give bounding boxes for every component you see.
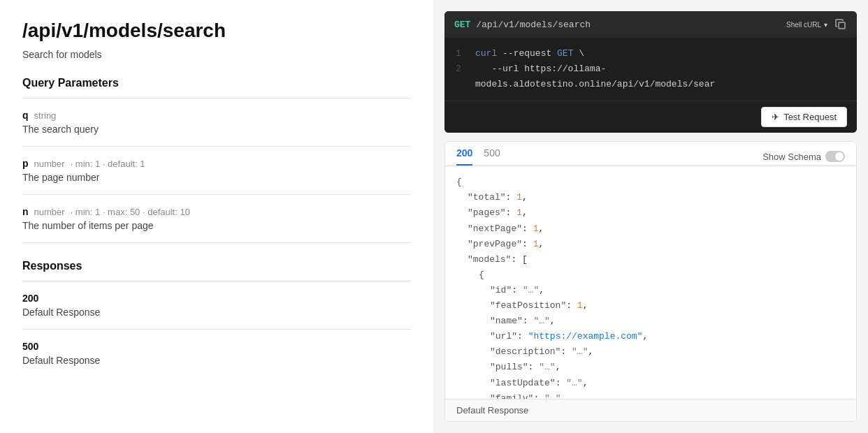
lang-label: Shell cURL bbox=[786, 21, 821, 29]
param-q-desc: The search query bbox=[22, 124, 411, 135]
code-line-1: 1 curl --request GET \ bbox=[456, 46, 846, 61]
params-section-title: Query Parameters bbox=[22, 77, 411, 89]
response-footer: Default Response bbox=[445, 399, 856, 421]
divider-3 bbox=[22, 242, 411, 243]
param-n-desc: The number of items per page bbox=[22, 220, 411, 231]
responses-section: Responses 200 Default Response 500 Defau… bbox=[22, 260, 411, 366]
param-n-name: n bbox=[22, 206, 29, 217]
param-q-type: string bbox=[34, 110, 57, 121]
json-nextpage: "nextPage": 1, bbox=[456, 221, 845, 237]
tabs-left: 200 500 bbox=[456, 147, 500, 166]
get-keyword: GET bbox=[557, 48, 573, 59]
svg-rect-0 bbox=[839, 22, 845, 29]
response-200: 200 Default Response bbox=[22, 293, 411, 318]
param-q-name: q bbox=[22, 110, 29, 121]
param-n-header: n number · min: 1 · max: 50 · default: 1… bbox=[22, 206, 411, 217]
json-pulls: "pulls": "…", bbox=[456, 360, 845, 375]
test-btn-label: Test Request bbox=[783, 112, 837, 122]
response-panel: 200 500 Show Schema { "total": 1, "pages… bbox=[444, 141, 857, 422]
json-id: "id": "…", bbox=[456, 283, 845, 298]
code-method-url: GET /api/v1/models/search bbox=[454, 20, 591, 30]
param-p-type: number bbox=[34, 159, 65, 169]
tab-500[interactable]: 500 bbox=[484, 147, 500, 166]
json-family: "family": "…", bbox=[456, 391, 845, 399]
code-body: 1 curl --request GET \ 2 --url https://o… bbox=[444, 38, 857, 101]
line-content-1: curl --request GET \ bbox=[475, 46, 584, 61]
json-total: "total": 1, bbox=[456, 190, 845, 205]
responses-section-title: Responses bbox=[22, 260, 411, 272]
response-tabs: 200 500 Show Schema bbox=[445, 142, 856, 166]
lang-selector[interactable]: Shell cURL ▾ bbox=[786, 21, 827, 29]
code-method: GET bbox=[454, 20, 470, 30]
copy-icon[interactable] bbox=[834, 18, 847, 31]
show-schema-label: Show Schema bbox=[762, 152, 821, 162]
line-content-2: --url https://ollama-models.aldotestino.… bbox=[475, 61, 846, 92]
json-url: "url": "https://example.com", bbox=[456, 329, 845, 344]
json-lastupdate: "lastUpdate": "…", bbox=[456, 376, 845, 391]
param-n: n number · min: 1 · max: 50 · default: 1… bbox=[22, 206, 411, 231]
json-name: "name": "…", bbox=[456, 314, 845, 329]
param-n-meta: · min: 1 · max: 50 · default: 10 bbox=[71, 207, 190, 217]
page-subtitle: Search for models bbox=[22, 49, 411, 60]
param-q-header: q string bbox=[22, 110, 411, 121]
code-header: GET /api/v1/models/search Shell cURL ▾ bbox=[444, 11, 857, 38]
response-500-desc: Default Response bbox=[22, 355, 411, 366]
line-num-2: 2 bbox=[456, 61, 464, 92]
json-description: "description": "…", bbox=[456, 344, 845, 360]
code-line-2: 2 --url https://ollama-models.aldotestin… bbox=[456, 61, 846, 92]
divider-2 bbox=[22, 194, 411, 195]
divider-4 bbox=[22, 329, 411, 330]
responses-divider bbox=[22, 281, 411, 281]
json-models-key: "models": [ bbox=[456, 252, 845, 267]
test-request-row: ✈ Test Request bbox=[444, 101, 857, 133]
code-url-text: /api/v1/models/search bbox=[476, 20, 591, 30]
response-body: { "total": 1, "pages": 1, "nextPage": 1,… bbox=[445, 166, 856, 399]
page-title: /api/v1/models/search bbox=[22, 20, 411, 42]
line-num-1: 1 bbox=[456, 46, 464, 61]
param-n-type: number bbox=[34, 207, 65, 217]
curl-backslash: \ bbox=[579, 48, 584, 59]
params-divider bbox=[22, 98, 411, 98]
json-line-open-brace: { bbox=[456, 175, 845, 190]
right-panel: GET /api/v1/models/search Shell cURL ▾ 1 bbox=[433, 0, 868, 433]
param-p-name: p bbox=[22, 158, 29, 169]
param-p-meta: · min: 1 · default: 1 bbox=[71, 159, 145, 169]
test-request-button[interactable]: ✈ Test Request bbox=[761, 107, 847, 127]
json-featposition: "featPosition": 1, bbox=[456, 298, 845, 314]
response-500: 500 Default Response bbox=[22, 341, 411, 366]
curl-flag: --request bbox=[502, 48, 557, 59]
response-500-code: 500 bbox=[22, 341, 411, 352]
param-q: q string The search query bbox=[22, 110, 411, 135]
send-icon: ✈ bbox=[772, 112, 779, 122]
param-p-desc: The page number bbox=[22, 172, 411, 183]
param-p-header: p number · min: 1 · default: 1 bbox=[22, 158, 411, 169]
response-200-desc: Default Response bbox=[22, 307, 411, 318]
schema-toggle[interactable] bbox=[825, 151, 845, 162]
json-pages: "pages": 1, bbox=[456, 205, 845, 221]
show-schema: Show Schema bbox=[762, 151, 845, 162]
left-panel: /api/v1/models/search Search for models … bbox=[0, 0, 433, 433]
response-200-code: 200 bbox=[22, 293, 411, 304]
json-prevpage: "prevPage": 1, bbox=[456, 237, 845, 252]
curl-keyword: curl bbox=[475, 48, 497, 59]
param-p: p number · min: 1 · default: 1 The page … bbox=[22, 158, 411, 183]
divider-1 bbox=[22, 146, 411, 147]
json-model-open: { bbox=[456, 267, 845, 283]
code-block: GET /api/v1/models/search Shell cURL ▾ 1 bbox=[444, 11, 857, 133]
code-header-right: Shell cURL ▾ bbox=[786, 18, 847, 31]
tab-200[interactable]: 200 bbox=[456, 147, 472, 166]
chevron-down-icon: ▾ bbox=[824, 21, 827, 29]
